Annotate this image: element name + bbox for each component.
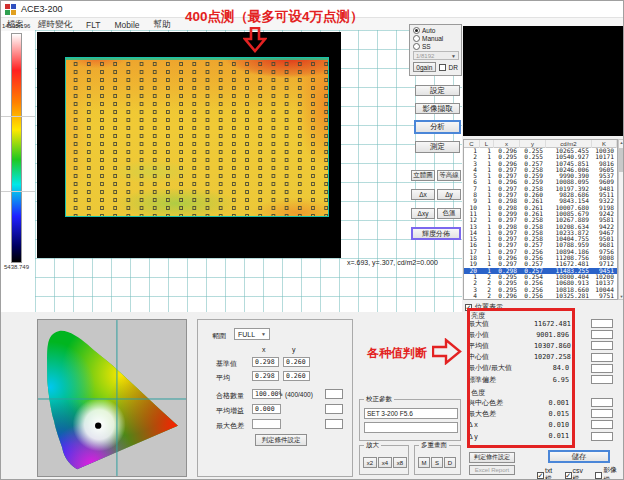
avg-y-field[interactable]: 0.260 xyxy=(283,371,310,381)
stat-row: Δ x 0.010 xyxy=(468,419,614,430)
menu-item[interactable]: FLT xyxy=(86,20,100,30)
maxdiff-value-field[interactable] xyxy=(252,419,281,429)
zoom-button[interactable]: x2 xyxy=(363,457,377,468)
zero-gain-button[interactable]: 0gain xyxy=(413,62,436,72)
avg-label: 平均 xyxy=(216,373,230,383)
gain-flag-box[interactable] xyxy=(325,404,343,414)
multiscreen-button[interactable]: M xyxy=(418,457,430,468)
divider xyxy=(1,116,35,117)
table-row[interactable]: 5 2 0.296 0.258 10174.564 9801 xyxy=(464,299,617,300)
stat-row: 最大值 11672.481 xyxy=(468,318,614,329)
divider xyxy=(1,191,35,192)
app-icon xyxy=(5,4,16,15)
avg-x-field[interactable]: 0.298 xyxy=(252,371,279,381)
position-display-checkbox[interactable] xyxy=(465,304,472,311)
stat-flag-box[interactable] xyxy=(591,420,613,429)
measurement-points-grid xyxy=(66,58,328,216)
scroll-up-icon[interactable]: ▲ xyxy=(619,140,624,145)
menu-item[interactable]: Mobile xyxy=(114,20,139,30)
contour-button[interactable]: 等高線 xyxy=(437,170,461,181)
zoom-button[interactable]: x4 xyxy=(378,457,392,468)
judge-condition-button[interactable]: 判定條件設定 xyxy=(469,452,515,463)
save-button[interactable]: 儲存 xyxy=(548,450,610,463)
export-format-option[interactable]: 影像檔 xyxy=(595,465,623,480)
stat-flag-box[interactable] xyxy=(591,319,613,328)
radio-icon xyxy=(413,27,420,34)
radio-icon xyxy=(413,35,420,42)
menu-item[interactable]: 經時變化 xyxy=(38,19,72,31)
camera-preview[interactable] xyxy=(463,26,624,136)
exposure-mode-radio[interactable]: Auto xyxy=(413,27,458,34)
delta-xy-button[interactable]: Δxy xyxy=(411,208,435,219)
excel-report-button[interactable]: Excel Report xyxy=(469,465,515,475)
stat-flag-box[interactable] xyxy=(591,409,613,418)
measurement-table[interactable]: CLxycd/m2K 1 1 0.296 0.255 10265.455 100… xyxy=(463,139,618,300)
export-format-row: txt檔 csv檔 影像檔 xyxy=(537,465,623,480)
luminance-map-display[interactable] xyxy=(37,32,341,258)
stat-flag-box[interactable] xyxy=(591,330,613,339)
maxdiff-flag-box[interactable] xyxy=(325,419,343,429)
range-select[interactable]: FULL ▼ xyxy=(234,328,270,340)
luminance-dist-button[interactable]: 輝度分佈 xyxy=(411,227,461,240)
measure-button[interactable]: 測定 xyxy=(415,141,460,153)
menu-item[interactable]: 幫助 xyxy=(154,19,171,31)
chevron-down-icon: ▼ xyxy=(261,331,266,337)
scroll-down-icon[interactable]: ▼ xyxy=(619,294,624,299)
stat-flag-box[interactable] xyxy=(591,341,613,350)
stat-flag-box[interactable] xyxy=(591,432,613,441)
delta-x-button[interactable]: Δx xyxy=(411,189,435,200)
annotation-arrow-right-icon xyxy=(432,338,462,365)
export-format-option[interactable]: csv檔 xyxy=(565,467,590,480)
ref-x-field[interactable]: 0.298 xyxy=(252,357,279,367)
zoom-button[interactable]: x8 xyxy=(393,457,407,468)
export-format-option[interactable]: txt檔 xyxy=(537,467,559,480)
color-temp-button[interactable]: 色溫 xyxy=(437,208,461,219)
multiscreen-groupbox: 多重畫面 MSD xyxy=(414,445,461,475)
capture-button[interactable]: 影像擷取 xyxy=(415,103,460,114)
pass-label: 合格數量 xyxy=(216,391,244,401)
cie-diagram-panel[interactable] xyxy=(37,319,187,477)
stat-flag-box[interactable] xyxy=(591,375,613,384)
annotation-top-text: 400点测（最多可设4万点测） xyxy=(185,8,364,26)
white-point-marker xyxy=(95,422,101,428)
calibration-set-field[interactable]: SET 3-200 F5.6 xyxy=(364,408,458,419)
zoom-groupbox: 放大 x2x4x8 xyxy=(359,445,409,475)
multiscreen-button[interactable]: S xyxy=(431,457,443,468)
stat-flag-box[interactable] xyxy=(591,364,613,373)
analyze-button[interactable]: 分析 xyxy=(414,120,461,134)
colorbar-min-label: 5438.749 xyxy=(4,264,29,270)
ref-y-field[interactable]: 0.260 xyxy=(283,357,310,367)
chevron-down-icon: ▼ xyxy=(451,53,456,59)
shutter-select[interactable]: 1/8192 ▼ xyxy=(413,51,459,60)
gain-value-field[interactable]: 0.000 xyxy=(252,404,281,414)
exposure-mode-radio[interactable]: Manual xyxy=(413,35,458,42)
view-3d-button[interactable]: 立體圖 xyxy=(411,170,435,181)
export-checkbox[interactable] xyxy=(537,472,544,479)
export-checkbox[interactable] xyxy=(595,472,602,479)
table-scrollbar[interactable]: ▲ ▼ xyxy=(618,139,624,300)
dr-checkbox[interactable] xyxy=(439,64,446,71)
judge-condition-button-2[interactable]: 判定條件設定 xyxy=(255,434,307,446)
stat-row: Δ y 0.011 xyxy=(468,431,614,442)
pass-flag-box[interactable] xyxy=(325,389,343,399)
colorbar-max-label: 14536.196 xyxy=(2,23,30,29)
colorbar-sidebar: 5438.749 xyxy=(1,31,35,312)
app-window: ACE3-200 檔案經時變化FLTMobile幫助 5438.749 1453… xyxy=(0,0,624,480)
stat-flag-box[interactable] xyxy=(591,398,613,407)
acquisition-groupbox: Auto Manual SS 1/8192 ▼ 0gain DR xyxy=(409,24,462,76)
delta-y-button[interactable]: Δy xyxy=(437,189,461,200)
dr-label: DR xyxy=(449,64,458,71)
stat-row: 最小值/最大值 84.0 xyxy=(468,363,614,374)
exposure-mode-radio[interactable]: SS xyxy=(413,43,458,50)
stat-row: 標準偏差 6.95 xyxy=(468,374,614,385)
stat-flag-box[interactable] xyxy=(591,353,613,362)
ref-label: 基準值 xyxy=(216,359,237,369)
cie-horseshoe xyxy=(38,320,186,476)
settings-button[interactable]: 設定 xyxy=(415,85,460,96)
measurement-grid-panel: x=.693, y=.307, cd/m2=0.000 xyxy=(35,30,462,312)
export-checkbox[interactable] xyxy=(565,472,572,479)
scrollbar-thumb[interactable] xyxy=(619,148,624,172)
luminance-colorbar xyxy=(11,33,22,263)
calibration-extra-field[interactable] xyxy=(364,422,458,433)
multiscreen-button[interactable]: D xyxy=(444,457,456,468)
